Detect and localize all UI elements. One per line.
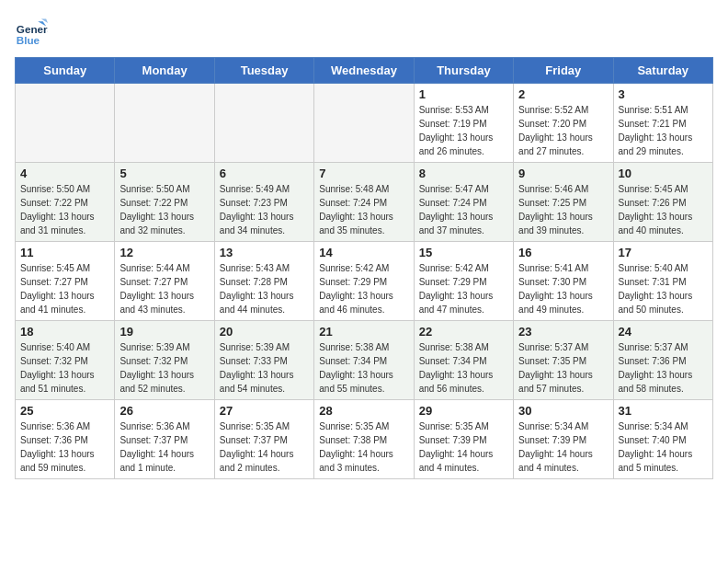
weekday-header-saturday: Saturday: [613, 58, 712, 84]
sunset-label: Sunset: 7:40 PM: [619, 435, 687, 445]
sunset-label: Sunset: 7:35 PM: [518, 356, 586, 366]
day-info: Sunrise: 5:34 AM Sunset: 7:40 PM Dayligh…: [619, 419, 708, 475]
day-info: Sunrise: 5:45 AM Sunset: 7:27 PM Dayligh…: [20, 261, 109, 316]
day-info: Sunrise: 5:38 AM Sunset: 7:34 PM Dayligh…: [319, 340, 408, 396]
sunrise-label: Sunrise: 5:40 AM: [619, 263, 688, 273]
daylight-label: Daylight: 13 hours and 46 minutes.: [319, 291, 393, 315]
day-number: 21: [319, 325, 408, 339]
day-info: Sunrise: 5:52 AM Sunset: 7:20 PM Dayligh…: [518, 103, 608, 158]
calendar-cell: 22 Sunrise: 5:38 AM Sunset: 7:34 PM Dayl…: [414, 321, 513, 400]
day-number: 20: [220, 325, 309, 339]
day-number: 28: [319, 404, 408, 418]
day-info: Sunrise: 5:37 AM Sunset: 7:36 PM Dayligh…: [619, 340, 708, 396]
day-info: Sunrise: 5:39 AM Sunset: 7:33 PM Dayligh…: [220, 340, 309, 396]
day-number: 16: [518, 246, 608, 259]
daylight-label: Daylight: 13 hours and 32 minutes.: [119, 212, 194, 236]
daylight-label: Daylight: 13 hours and 41 minutes.: [20, 291, 95, 315]
sunset-label: Sunset: 7:24 PM: [419, 198, 487, 208]
day-number: 1: [419, 87, 508, 101]
day-number: 15: [419, 246, 508, 259]
daylight-label: Daylight: 13 hours and 50 minutes.: [619, 291, 693, 315]
day-info: Sunrise: 5:38 AM Sunset: 7:34 PM Dayligh…: [419, 340, 508, 396]
day-info: Sunrise: 5:36 AM Sunset: 7:37 PM Dayligh…: [119, 419, 209, 475]
daylight-label: Daylight: 13 hours and 39 minutes.: [518, 212, 593, 236]
calendar-cell: 21 Sunrise: 5:38 AM Sunset: 7:34 PM Dayl…: [314, 321, 414, 400]
daylight-label: Daylight: 14 hours and 2 minutes.: [220, 449, 294, 473]
sunset-label: Sunset: 7:27 PM: [20, 277, 88, 287]
daylight-label: Daylight: 13 hours and 35 minutes.: [319, 212, 393, 236]
sunset-label: Sunset: 7:37 PM: [119, 435, 188, 445]
daylight-label: Daylight: 13 hours and 52 minutes.: [119, 370, 194, 394]
day-info: Sunrise: 5:40 AM Sunset: 7:31 PM Dayligh…: [619, 261, 708, 316]
day-number: 17: [619, 246, 708, 259]
sunset-label: Sunset: 7:34 PM: [319, 356, 387, 366]
day-number: 8: [419, 167, 508, 180]
day-info: Sunrise: 5:47 AM Sunset: 7:24 PM Dayligh…: [419, 182, 508, 237]
sunset-label: Sunset: 7:36 PM: [619, 356, 687, 366]
day-number: 13: [220, 246, 309, 259]
day-number: 25: [20, 404, 109, 418]
sunrise-label: Sunrise: 5:38 AM: [319, 342, 389, 352]
daylight-label: Daylight: 13 hours and 57 minutes.: [518, 370, 593, 394]
sunrise-label: Sunrise: 5:50 AM: [20, 184, 90, 194]
calendar-table: SundayMondayTuesdayWednesdayThursdayFrid…: [15, 57, 713, 479]
sunrise-label: Sunrise: 5:51 AM: [619, 105, 688, 115]
sunrise-label: Sunrise: 5:40 AM: [20, 342, 90, 352]
day-info: Sunrise: 5:44 AM Sunset: 7:27 PM Dayligh…: [119, 261, 209, 316]
sunset-label: Sunset: 7:32 PM: [20, 356, 88, 366]
day-info: Sunrise: 5:46 AM Sunset: 7:25 PM Dayligh…: [518, 182, 608, 237]
calendar-cell: 18 Sunrise: 5:40 AM Sunset: 7:32 PM Dayl…: [16, 321, 115, 400]
calendar-cell: 28 Sunrise: 5:35 AM Sunset: 7:38 PM Dayl…: [314, 400, 414, 479]
calendar-week-row: 4 Sunrise: 5:50 AM Sunset: 7:22 PM Dayli…: [16, 163, 713, 242]
daylight-label: Daylight: 13 hours and 58 minutes.: [619, 370, 693, 394]
sunset-label: Sunset: 7:29 PM: [319, 277, 387, 287]
sunset-label: Sunset: 7:25 PM: [518, 198, 586, 208]
calendar-cell: 26 Sunrise: 5:36 AM Sunset: 7:37 PM Dayl…: [115, 400, 214, 479]
sunset-label: Sunset: 7:33 PM: [220, 356, 288, 366]
calendar-cell: 6 Sunrise: 5:49 AM Sunset: 7:23 PM Dayli…: [214, 163, 313, 242]
sunset-label: Sunset: 7:23 PM: [220, 198, 288, 208]
day-info: Sunrise: 5:42 AM Sunset: 7:29 PM Dayligh…: [419, 261, 508, 316]
calendar-week-row: 18 Sunrise: 5:40 AM Sunset: 7:32 PM Dayl…: [16, 321, 713, 400]
day-number: 27: [220, 404, 309, 418]
sunrise-label: Sunrise: 5:42 AM: [419, 263, 489, 273]
day-info: Sunrise: 5:35 AM Sunset: 7:37 PM Dayligh…: [220, 419, 309, 475]
sunrise-label: Sunrise: 5:47 AM: [419, 184, 489, 194]
daylight-label: Daylight: 13 hours and 51 minutes.: [20, 370, 95, 394]
weekday-header-sunday: Sunday: [16, 58, 115, 84]
sunrise-label: Sunrise: 5:52 AM: [518, 105, 588, 115]
sunset-label: Sunset: 7:24 PM: [319, 198, 387, 208]
daylight-label: Daylight: 13 hours and 40 minutes.: [619, 212, 693, 236]
day-number: 23: [518, 325, 608, 339]
sunset-label: Sunset: 7:28 PM: [220, 277, 288, 287]
sunrise-label: Sunrise: 5:35 AM: [220, 421, 290, 431]
day-info: Sunrise: 5:40 AM Sunset: 7:32 PM Dayligh…: [20, 340, 109, 396]
day-number: 10: [619, 167, 708, 180]
sunset-label: Sunset: 7:27 PM: [119, 277, 188, 287]
day-number: 30: [518, 404, 608, 418]
daylight-label: Daylight: 13 hours and 47 minutes.: [419, 291, 494, 315]
sunrise-label: Sunrise: 5:36 AM: [119, 421, 189, 431]
calendar-cell: 14 Sunrise: 5:42 AM Sunset: 7:29 PM Dayl…: [314, 242, 414, 321]
day-number: 18: [20, 325, 109, 339]
calendar-cell: 13 Sunrise: 5:43 AM Sunset: 7:28 PM Dayl…: [214, 242, 313, 321]
calendar-cell: 10 Sunrise: 5:45 AM Sunset: 7:26 PM Dayl…: [613, 163, 712, 242]
day-number: 22: [419, 325, 508, 339]
daylight-label: Daylight: 13 hours and 59 minutes.: [20, 449, 95, 473]
calendar-cell: 31 Sunrise: 5:34 AM Sunset: 7:40 PM Dayl…: [613, 400, 712, 479]
calendar-cell: 29 Sunrise: 5:35 AM Sunset: 7:39 PM Dayl…: [414, 400, 513, 479]
sunrise-label: Sunrise: 5:45 AM: [619, 184, 688, 194]
sunset-label: Sunset: 7:36 PM: [20, 435, 88, 445]
sunrise-label: Sunrise: 5:35 AM: [319, 421, 389, 431]
daylight-label: Daylight: 14 hours and 5 minutes.: [619, 449, 693, 473]
day-number: 29: [419, 404, 508, 418]
calendar-cell: 30 Sunrise: 5:34 AM Sunset: 7:39 PM Dayl…: [514, 400, 613, 479]
sunset-label: Sunset: 7:20 PM: [518, 119, 586, 129]
sunset-label: Sunset: 7:19 PM: [419, 119, 487, 129]
weekday-header-tuesday: Tuesday: [214, 58, 313, 84]
sunrise-label: Sunrise: 5:36 AM: [20, 421, 90, 431]
day-number: 14: [319, 246, 408, 259]
daylight-label: Daylight: 13 hours and 56 minutes.: [419, 370, 494, 394]
sunset-label: Sunset: 7:37 PM: [220, 435, 288, 445]
calendar-cell: 15 Sunrise: 5:42 AM Sunset: 7:29 PM Dayl…: [414, 242, 513, 321]
